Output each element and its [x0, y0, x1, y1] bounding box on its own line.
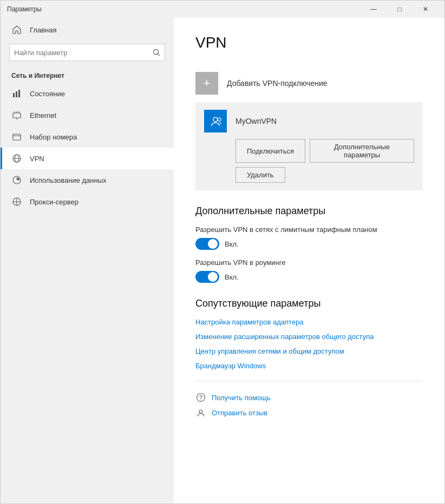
window-title: Параметры [7, 5, 42, 13]
svg-rect-4 [18, 90, 20, 97]
svg-rect-2 [13, 93, 15, 97]
title-bar: Параметры — □ ✕ [1, 1, 444, 18]
svg-point-20 [218, 118, 221, 121]
sidebar-item-dialup-label: Набор номера [30, 133, 77, 141]
add-vpn-row[interactable]: + Добавить VPN-подключение [195, 64, 423, 102]
svg-point-23 [199, 410, 202, 413]
toggle1-switch[interactable] [195, 238, 219, 250]
home-icon [11, 24, 22, 35]
additional-section-title: Дополнительные параметры [195, 205, 423, 217]
vpn-item-icon [204, 110, 227, 132]
related-link-1[interactable]: Изменение расширенных параметров общего … [195, 333, 423, 341]
ethernet-icon [11, 110, 22, 121]
svg-line-1 [158, 54, 160, 56]
vpn-item-name: MyOwnVPN [235, 117, 277, 125]
settings-window: Параметры — □ ✕ Главная [0, 0, 445, 504]
toggle2-desc: Разрешить VPN в роуминге [195, 258, 423, 267]
connect-button[interactable]: Подключиться [235, 139, 305, 163]
search-button[interactable] [153, 49, 160, 56]
sidebar-item-dialup[interactable]: Набор номера [1, 126, 174, 148]
data-usage-icon [11, 175, 22, 185]
svg-rect-5 [13, 113, 21, 118]
vpn-nav-icon [11, 153, 22, 164]
search-input[interactable] [14, 49, 153, 57]
toggle1-line: Вкл. [195, 238, 423, 250]
add-vpn-label: Добавить VPN-подключение [227, 79, 328, 88]
delete-button[interactable]: Удалить [235, 167, 285, 183]
help-link-1[interactable]: Отправить отзыв [212, 409, 267, 417]
sidebar-item-status-label: Состояние [30, 90, 65, 98]
proxy-icon [11, 196, 22, 207]
svg-point-19 [213, 117, 218, 122]
toggle2-switch[interactable] [195, 271, 219, 283]
vpn-buttons-row2: Удалить [204, 167, 414, 183]
minimize-button[interactable]: — [361, 1, 386, 18]
toggle2-label: Вкл. [225, 273, 239, 281]
vpn-item-row: MyOwnVPN [204, 110, 414, 132]
sidebar-item-data-usage[interactable]: Использование данных [1, 169, 174, 191]
home-label: Главная [30, 26, 56, 34]
sidebar-item-ethernet-label: Ethernet [30, 111, 56, 120]
related-link-3[interactable]: Брандмауэр Windows [195, 362, 423, 370]
sidebar-item-proxy[interactable]: Прокси-сервер [1, 191, 174, 213]
page-title: VPN [195, 34, 423, 51]
main-content: Главная Сеть и Интернет [1, 18, 444, 503]
help-link-0[interactable]: Получить помощь [212, 394, 271, 402]
svg-rect-10 [13, 134, 21, 140]
toggle2-line: Вкл. [195, 271, 423, 283]
svg-point-0 [154, 50, 159, 55]
window-controls: — □ ✕ [361, 1, 438, 18]
add-vpn-icon: + [195, 72, 218, 95]
vpn-buttons-row1: Подключиться Дополнительные параметры [204, 139, 414, 163]
sidebar-item-proxy-label: Прокси-сервер [30, 198, 78, 206]
help-icon [195, 392, 206, 403]
status-icon [11, 88, 22, 99]
svg-rect-3 [16, 91, 17, 97]
close-button[interactable]: ✕ [413, 1, 438, 18]
search-box[interactable] [9, 44, 165, 61]
dialup-icon [11, 131, 22, 142]
sidebar-item-status[interactable]: Состояние [1, 83, 174, 104]
sidebar-item-data-usage-label: Использование данных [30, 176, 107, 184]
sidebar-item-vpn-label: VPN [30, 155, 44, 163]
sidebar-item-ethernet[interactable]: Ethernet [1, 104, 174, 126]
feedback-icon [195, 407, 206, 418]
help-row-1[interactable]: Отправить отзыв [195, 407, 423, 418]
maximize-button[interactable]: □ [387, 1, 412, 18]
sidebar-item-vpn[interactable]: VPN [1, 148, 174, 169]
sidebar-item-home[interactable]: Главная [1, 18, 174, 42]
toggle1-label: Вкл. [225, 240, 239, 248]
toggle-row-1: Разрешить VPN в сетях с лимитным тарифны… [195, 226, 423, 250]
advanced-button[interactable]: Дополнительные параметры [310, 139, 414, 163]
toggle1-desc: Разрешить VPN в сетях с лимитным тарифны… [195, 226, 423, 234]
related-link-0[interactable]: Настройка параметров адаптера [195, 318, 423, 326]
sidebar-section-title: Сеть и Интернет [1, 68, 174, 83]
sidebar: Главная Сеть и Интернет [1, 18, 174, 503]
divider [195, 381, 423, 381]
main-panel: VPN + Добавить VPN-подключение [174, 18, 444, 503]
help-row-0[interactable]: Получить помощь [195, 392, 423, 403]
related-link-2[interactable]: Центр управления сетями и общим доступом [195, 347, 423, 355]
related-section-title: Сопутствующие параметры [195, 298, 423, 309]
svg-point-22 [200, 400, 201, 401]
toggle-row-2: Разрешить VPN в роуминге Вкл. [195, 258, 423, 283]
vpn-item-card: MyOwnVPN Подключиться Дополнительные пар… [195, 102, 423, 190]
